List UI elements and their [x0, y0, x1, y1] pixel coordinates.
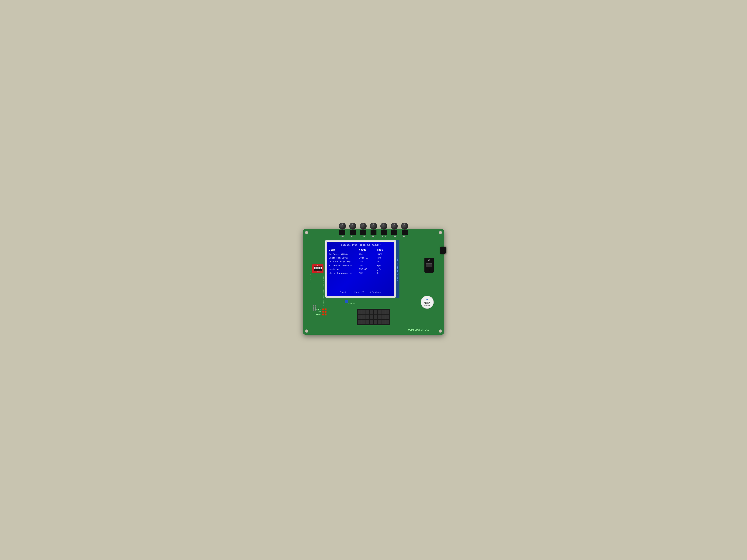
pot-pin	[385, 236, 386, 237]
led-panel: POWER T/R FAULT	[314, 308, 327, 316]
switch-toggle[interactable]	[426, 263, 432, 267]
obd-pin	[362, 315, 365, 319]
lcd-data-row-0: CarSpeed(010D): 255 Km/H	[329, 252, 392, 256]
board-title-label: OBD II Simulator V4.0	[408, 329, 429, 331]
dip-on-label: ON	[314, 265, 322, 266]
dip-row-numbers: 1234567	[310, 265, 311, 284]
header-pin-row-3	[313, 308, 316, 309]
lcd-data-row-3: AirPressure(010B): 255 Kpa	[329, 264, 392, 268]
obd-pin	[366, 310, 369, 315]
pot-pin	[373, 236, 374, 237]
obd-pin	[358, 315, 362, 319]
pot-pin	[394, 236, 395, 237]
dip-switch-2[interactable]	[316, 266, 318, 271]
pot-pin	[363, 236, 363, 237]
pot-body-6	[391, 230, 397, 235]
lcd-footer: PageUp<---- Page:1/3 ---->PageDown	[327, 291, 394, 294]
header-pin	[315, 308, 316, 309]
obd-pin	[362, 310, 365, 315]
dip-switch-3[interactable]	[318, 266, 320, 271]
lcd-protocol-line: Protocol Type: ISO14230-4ADDR K	[329, 243, 392, 247]
pot-knob-5[interactable]	[380, 222, 387, 230]
cable-connector	[440, 247, 446, 254]
pot-knob-7[interactable]	[401, 222, 408, 230]
pot-knob-1[interactable]	[339, 222, 346, 230]
lcd-data-row-1: EngineRpm(010C): 2816.00 Rpm	[329, 256, 392, 260]
scene: GND VCC CLK MOSI RES DC BLK MISO Protoco…	[298, 220, 449, 340]
header-pin	[313, 310, 314, 311]
obd-pin	[370, 310, 373, 315]
row1-unit: Rpm	[377, 256, 392, 260]
pot-knob-6[interactable]	[391, 222, 398, 230]
protocol-value: ISO14230-4ADDR K	[360, 244, 381, 246]
pot-pins-5	[382, 236, 386, 237]
dip-switch-panel: ON 1 2 3 4	[312, 264, 324, 273]
dip-switch-4[interactable]	[320, 266, 322, 271]
header-pin-row-4	[313, 310, 316, 311]
obd-pin	[385, 310, 389, 315]
tr-led-1	[323, 311, 324, 313]
power-led	[323, 309, 324, 310]
lcd-data-row-4: MAF(0110): 652.80 g/s	[329, 268, 392, 271]
pot-pin	[343, 236, 344, 237]
sticker-line3: WASHING	[424, 305, 430, 306]
protocol-label: Protocol Type:	[340, 244, 359, 246]
pot-pin	[353, 236, 353, 237]
pot-body-5	[381, 230, 387, 235]
pot-pin	[395, 236, 396, 237]
pot-1	[339, 222, 346, 237]
led-row-fault: FAULT	[314, 314, 327, 315]
pot-pin	[354, 236, 354, 237]
sticker-plus-icon: +	[426, 298, 428, 301]
row0-value: 255	[359, 252, 377, 256]
pot-pins-7	[403, 236, 406, 237]
pot-5	[380, 222, 387, 237]
tr-led-label: T/R	[314, 311, 321, 313]
pot-2	[349, 222, 356, 237]
pot-pin	[393, 236, 393, 237]
pot-3	[360, 222, 367, 237]
lcd-screen: Protocol Type: ISO14230-4ADDR K Item Val…	[327, 242, 394, 296]
pot-knob-2[interactable]	[349, 222, 356, 230]
row2-value: -40	[359, 260, 377, 264]
pot-pins-3	[362, 236, 365, 237]
pot-pin	[384, 236, 384, 237]
obd-pin	[385, 320, 389, 324]
led-row-power: POWER	[314, 308, 327, 310]
fault-led-2	[325, 314, 327, 315]
row2-unit: °C	[377, 260, 392, 264]
dip-switch-row	[314, 266, 322, 271]
pot-4	[370, 222, 377, 237]
obd-pin	[374, 310, 377, 315]
lcd-header-row: Item Value Unit	[329, 248, 392, 252]
pot-knob-4[interactable]	[370, 222, 377, 230]
obd-pin	[382, 310, 385, 315]
header-pin	[313, 306, 314, 308]
row2-item: ColdLiqdTemp(0105):	[329, 260, 359, 264]
jumper[interactable]	[345, 300, 348, 303]
pot-pins-1	[341, 236, 344, 237]
tr-led-2	[325, 311, 327, 313]
lcd-strip-label: 2.4'TFT_LCD 240*320, RGB	[397, 257, 399, 281]
remove-after-washing-sticker: + REMOVE AFTER WASHING	[421, 296, 434, 309]
fault-led	[323, 314, 324, 315]
row5-unit: %	[377, 272, 392, 275]
pot-pin	[405, 236, 405, 237]
mount-hole-br	[439, 329, 442, 333]
pot-pin	[364, 236, 365, 237]
power-switch[interactable]: O I	[424, 258, 434, 273]
obd-pin	[370, 315, 373, 319]
obd-pin	[358, 310, 362, 315]
sticker-line1: REMOVE	[424, 301, 430, 303]
row0-item: CarSpeed(010D):	[329, 252, 359, 256]
pot-pin	[382, 236, 383, 237]
switch-off-label: O	[428, 259, 430, 262]
pcb-board: GND VCC CLK MOSI RES DC BLK MISO Protoco…	[303, 229, 444, 335]
header-unit: Unit	[377, 248, 392, 252]
dip-switch-1[interactable]	[314, 266, 316, 271]
header-item: Item	[329, 248, 359, 252]
pot-knob-3[interactable]	[360, 222, 367, 230]
obd-pin	[370, 320, 373, 324]
row5-value: 100	[359, 272, 377, 275]
row3-unit: Kpa	[377, 264, 392, 268]
